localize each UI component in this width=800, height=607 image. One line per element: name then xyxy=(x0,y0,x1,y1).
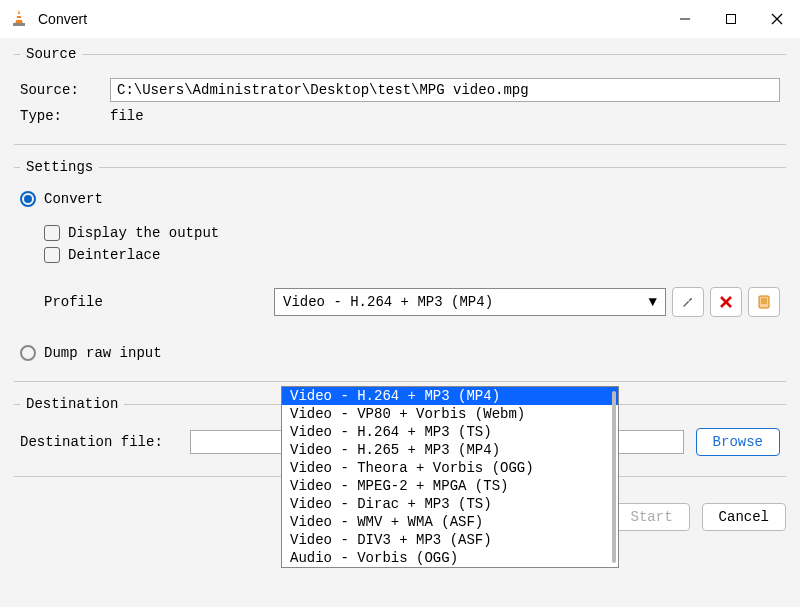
window-title: Convert xyxy=(38,11,87,27)
svg-rect-1 xyxy=(17,14,22,16)
display-output-checkbox[interactable] xyxy=(44,225,60,241)
svg-marker-0 xyxy=(15,10,23,24)
profile-option[interactable]: Video - H.265 + MP3 (MP4) xyxy=(282,441,618,459)
wrench-icon xyxy=(680,294,696,310)
delete-profile-button[interactable] xyxy=(710,287,742,317)
dropdown-scrollbar[interactable] xyxy=(612,391,616,563)
titlebar: Convert xyxy=(0,0,800,38)
svg-rect-2 xyxy=(16,18,22,20)
destination-file-label: Destination file: xyxy=(20,434,190,450)
source-label: Source: xyxy=(20,82,110,98)
dump-label: Dump raw input xyxy=(44,345,162,361)
deinterlace-checkbox[interactable] xyxy=(44,247,60,263)
display-output-label: Display the output xyxy=(68,225,219,241)
destination-legend: Destination xyxy=(20,396,124,412)
profile-option[interactable]: Video - WMV + WMA (ASF) xyxy=(282,513,618,531)
vlc-icon xyxy=(10,9,28,30)
profile-value: Video - H.264 + MP3 (MP4) xyxy=(283,294,493,310)
profile-dropdown-list[interactable]: Video - H.264 + MP3 (MP4) Video - VP80 +… xyxy=(281,386,619,568)
svg-rect-3 xyxy=(13,23,25,26)
profile-option[interactable]: Video - H.264 + MP3 (MP4) xyxy=(282,387,618,405)
profile-option[interactable]: Video - Theora + Vorbis (OGG) xyxy=(282,459,618,477)
page-icon xyxy=(757,295,771,309)
cancel-button[interactable]: Cancel xyxy=(702,503,786,531)
profile-option[interactable]: Video - Dirac + MP3 (TS) xyxy=(282,495,618,513)
profile-option[interactable]: Video - MPEG-2 + MPGA (TS) xyxy=(282,477,618,495)
new-profile-button[interactable] xyxy=(748,287,780,317)
x-icon xyxy=(719,295,733,309)
profile-option[interactable]: Video - DIV3 + MP3 (ASF) xyxy=(282,531,618,549)
convert-radio[interactable] xyxy=(20,191,36,207)
type-label: Type: xyxy=(20,108,110,124)
type-value: file xyxy=(110,108,144,124)
browse-button[interactable]: Browse xyxy=(696,428,780,456)
minimize-button[interactable] xyxy=(662,0,708,38)
dump-radio[interactable] xyxy=(20,345,36,361)
close-button[interactable] xyxy=(754,0,800,38)
source-legend: Source xyxy=(20,46,82,62)
deinterlace-label: Deinterlace xyxy=(68,247,160,263)
edit-profile-button[interactable] xyxy=(672,287,704,317)
maximize-button[interactable] xyxy=(708,0,754,38)
profile-option[interactable]: Video - H.264 + MP3 (TS) xyxy=(282,423,618,441)
svg-rect-5 xyxy=(727,15,736,24)
profile-option[interactable]: Video - VP80 + Vorbis (Webm) xyxy=(282,405,618,423)
chevron-down-icon: ▼ xyxy=(649,294,657,310)
profile-label: Profile xyxy=(44,294,274,310)
start-button[interactable]: Start xyxy=(614,503,690,531)
source-path-input[interactable] xyxy=(110,78,780,102)
profile-option[interactable]: Audio - Vorbis (OGG) xyxy=(282,549,618,567)
profile-combobox[interactable]: Video - H.264 + MP3 (MP4) ▼ xyxy=(274,288,666,316)
settings-group: Settings Convert Display the output Dein… xyxy=(14,159,786,382)
source-group: Source Source: Type: file xyxy=(14,46,786,145)
settings-legend: Settings xyxy=(20,159,99,175)
svg-rect-10 xyxy=(759,296,769,308)
convert-label: Convert xyxy=(44,191,103,207)
